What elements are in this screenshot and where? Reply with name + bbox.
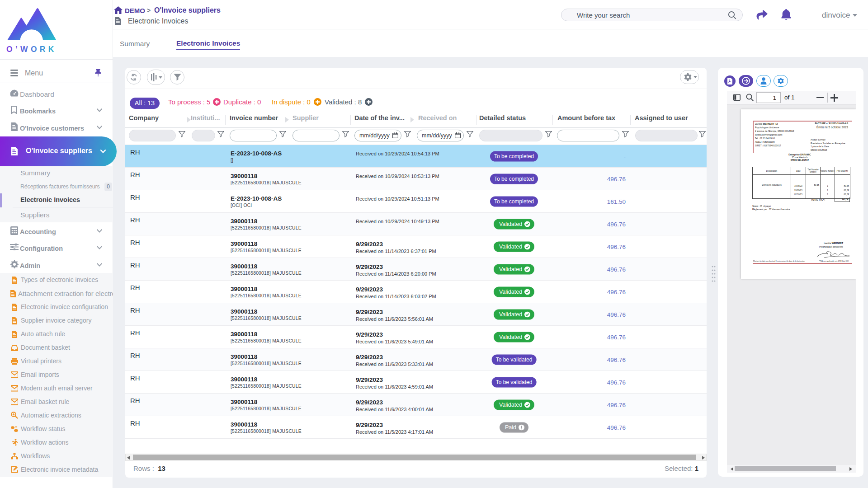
svg-text:O’WORK: O’WORK [6, 45, 57, 54]
